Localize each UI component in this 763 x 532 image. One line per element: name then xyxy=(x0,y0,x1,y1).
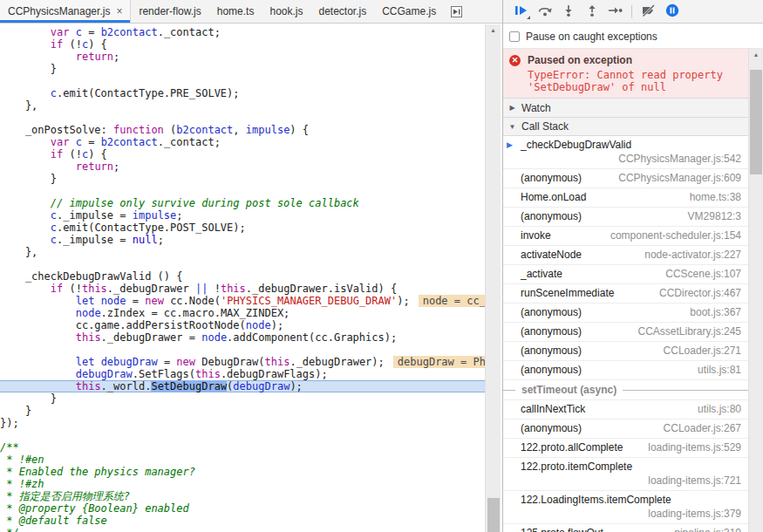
code-token: ) { xyxy=(88,148,107,160)
call-stack-frame[interactable]: _activateCCScene.js:107 xyxy=(503,265,748,284)
editor-scrollbar-thumb[interactable] xyxy=(487,498,500,532)
code-token: node xyxy=(246,319,271,331)
frame-name: (anonymous) xyxy=(521,344,582,357)
call-stack-frame[interactable]: runSceneImmediateCCDirector.js:467 xyxy=(503,284,748,304)
code-token: node xyxy=(201,331,227,344)
frame-location: CCLoader.js:271 xyxy=(664,344,741,357)
code-token: ; xyxy=(158,234,164,246)
call-stack-frame[interactable]: activateNodenode-activator.js:227 xyxy=(503,246,748,265)
step-over-button[interactable] xyxy=(533,1,556,23)
editor-scrollbar[interactable]: ▲ xyxy=(485,24,501,532)
code-token: 'PHYSICS_MANAGER_DEBUG_DRAW' xyxy=(221,295,397,307)
scroll-up-arrow-icon[interactable]: ▲ xyxy=(749,51,763,58)
code-token: DebugDraw( xyxy=(195,356,264,368)
code-token: impulse xyxy=(246,124,290,136)
pause-on-exceptions-button[interactable] xyxy=(660,1,684,23)
code-token: ._debugDrawer); xyxy=(290,356,384,368)
frame-location: component-scheduler.js:154 xyxy=(610,229,741,242)
code-line: c.emit(ContactType.PRE_SOLVE); xyxy=(0,87,485,99)
close-tab-icon[interactable]: × xyxy=(116,6,122,17)
code-token xyxy=(0,295,76,307)
code-token: let xyxy=(76,295,95,307)
call-stack-frame[interactable]: 125.proto.flowOutpipeline.js:319 xyxy=(503,524,748,532)
code-token: if xyxy=(51,38,63,51)
code-editor[interactable]: var c = b2contact._contact; if (!c) { re… xyxy=(0,24,501,532)
code-token xyxy=(0,380,76,392)
call-stack-frame[interactable]: 122.proto.itemCompleteloading-items.js:7… xyxy=(503,458,748,491)
step-into-button[interactable] xyxy=(556,1,580,23)
code-token: ; xyxy=(113,160,119,173)
code-token: ._contact; xyxy=(158,26,221,38)
code-line: debugDraw.SetFlags(this.debugDrawFlags); xyxy=(0,368,485,380)
sidebar-scrollbar-thumb[interactable] xyxy=(750,70,762,174)
async-separator: setTimeout (async) xyxy=(503,380,748,400)
call-stack-frame[interactable]: (anonymous)VM29812:3 xyxy=(503,208,748,227)
step-out-button[interactable] xyxy=(580,1,603,23)
call-stack-frame[interactable]: (anonymous)CCLoader.js:267 xyxy=(503,419,748,439)
code-line: return; xyxy=(0,160,485,173)
sidebar-scrollbar[interactable]: ▲ xyxy=(748,49,763,532)
code-token xyxy=(94,356,100,368)
frame-name: Home.onLoad xyxy=(521,191,586,203)
frame-location: loading-items.js:379 xyxy=(648,508,741,520)
call-stack-section-header[interactable]: ▼ Call Stack xyxy=(503,117,763,136)
code-token: c xyxy=(51,87,57,99)
call-stack-frame[interactable]: 122.LoadingItems.itemCompleteloading-ite… xyxy=(503,491,748,524)
code-token: if xyxy=(51,148,63,160)
more-tabs-button[interactable] xyxy=(450,6,463,19)
pause-on-caught-checkbox[interactable] xyxy=(509,31,520,42)
tab-render-flow.js[interactable]: render-flow.js xyxy=(131,0,208,23)
call-stack-frame[interactable]: invokecomponent-scheduler.js:154 xyxy=(503,227,748,246)
call-stack-frame[interactable]: Home.onLoadhome.ts:38 xyxy=(503,188,748,208)
code-line: c._impulse = impulse; xyxy=(0,209,485,222)
code-token: = xyxy=(82,136,101,148)
call-stack-frame[interactable]: (anonymous)CCLoader.js:271 xyxy=(503,342,748,361)
tab-CCPhysicsManager.js[interactable]: CCPhysicsManager.js× xyxy=(0,0,131,23)
frame-name: 122.LoadingItems.itemComplete xyxy=(521,494,741,506)
code-line: var c = b2contact._contact; xyxy=(0,136,485,148)
call-stack-frame[interactable]: (anonymous)CCAssetLibrary.js:245 xyxy=(503,323,748,342)
call-stack-frame[interactable]: ▶_checkDebugDrawValidCCPhysicsManager.js… xyxy=(503,136,748,169)
frame-name: (anonymous) xyxy=(521,306,582,318)
code-token: this xyxy=(221,283,246,295)
step-button[interactable] xyxy=(603,1,627,23)
code-line xyxy=(0,75,485,87)
call-stack-frame[interactable]: (anonymous)CCPhysicsManager.js:609 xyxy=(503,169,748,188)
code-token: debugDraw xyxy=(76,368,133,380)
code-token: function xyxy=(113,124,164,136)
code-line: if (!this._debugDrawer || !this._debugDr… xyxy=(0,283,485,295)
frame-location: CCPhysicsManager.js:609 xyxy=(618,172,741,184)
code-line: } xyxy=(0,63,485,75)
code-line: node.zIndex = cc.macro.MAX_ZINDEX; xyxy=(0,307,485,319)
tab-home.ts[interactable]: home.ts xyxy=(209,0,262,23)
code-token: .debugDrawFlags); xyxy=(221,368,328,380)
call-stack-list: ▶_checkDebugDrawValidCCPhysicsManager.js… xyxy=(503,136,748,532)
code-token: , xyxy=(233,124,245,136)
code-token xyxy=(69,136,75,148)
scroll-up-arrow-icon[interactable]: ▲ xyxy=(486,27,501,33)
code-token: ._impulse = xyxy=(57,209,133,222)
tab-detector.js[interactable]: detector.js xyxy=(310,0,374,23)
deactivate-breakpoints-button[interactable] xyxy=(637,1,660,23)
code-token: /** xyxy=(0,441,19,454)
frame-location: CCAssetLibrary.js:245 xyxy=(638,325,742,338)
call-stack-frame[interactable]: (anonymous)utils.js:81 xyxy=(503,361,748,380)
call-stack-frame[interactable]: (anonymous)boot.js:367 xyxy=(503,304,748,323)
debugger-sidebar: Pause on caught exceptions ✕ Paused on e… xyxy=(503,24,763,532)
tab-hook.js[interactable]: hook.js xyxy=(262,0,310,23)
code-token xyxy=(0,136,51,148)
watch-section-header[interactable]: ▶ Watch xyxy=(503,98,763,117)
tab-label: detector.js xyxy=(318,5,366,17)
tab-CCGame.js[interactable]: CCGame.js xyxy=(374,0,444,23)
code-token: return xyxy=(76,160,113,173)
code-line: _checkDebugDrawValid () { xyxy=(0,270,485,283)
code-line: }); xyxy=(0,417,485,429)
code-token: .addComponent(cc.Graphics); xyxy=(227,331,397,344)
call-stack-frame[interactable]: 122.proto.allCompleteloading-items.js:52… xyxy=(503,439,748,458)
code-token xyxy=(0,234,51,246)
code-token: let xyxy=(76,356,95,368)
resume-button[interactable] xyxy=(509,1,533,23)
call-stack-frame[interactable]: callInNextTickutils.js:80 xyxy=(503,400,748,419)
code-token: .SetFlags( xyxy=(133,368,195,380)
code-token: cc.game.addPersistRootNode( xyxy=(0,319,246,331)
